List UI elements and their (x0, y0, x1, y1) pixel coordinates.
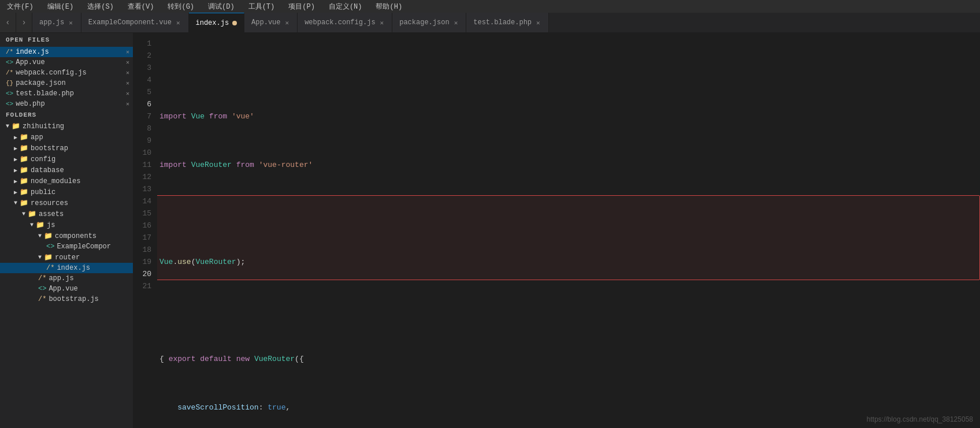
close-icon[interactable]: ✕ (126, 101, 129, 107)
chevron-down-icon: ▼ (38, 233, 42, 239)
tab-label: package.json (399, 18, 449, 27)
open-files-header: OPEN FILES (0, 33, 133, 47)
code-content[interactable]: import Vue from 'vue' import VueRouter f… (157, 33, 980, 428)
menu-item-help[interactable]: 帮助(H) (373, 1, 404, 13)
folder-icon: 📁 (44, 232, 53, 240)
sidebar-item-app-vue[interactable]: <> App.vue ✕ (0, 57, 133, 68)
code-line-1: import Vue from 'vue' (159, 110, 980, 122)
folder-icon: 📁 (20, 199, 28, 207)
tree-file-example-component[interactable]: <> ExampleCompor (0, 241, 133, 252)
tree-file-index-js[interactable]: /* index.js (0, 263, 133, 273)
code-line-3 (159, 207, 980, 219)
code-line-2: import VueRouter from 'vue-router' (159, 159, 980, 171)
chevron-down-icon: ▼ (30, 222, 34, 228)
close-icon[interactable]: ✕ (126, 59, 129, 66)
tab-package-json[interactable]: package.json ✕ (392, 13, 466, 32)
menu-item-goto[interactable]: 转到(G) (165, 1, 196, 13)
tab-app-vue[interactable]: App.vue ✕ (244, 13, 298, 32)
tree-folder-node-modules[interactable]: ▶ 📁 node_modules (0, 176, 133, 187)
modified-indicator (232, 21, 237, 25)
chevron-down-icon: ▼ (38, 254, 42, 260)
close-icon[interactable]: ✕ (126, 69, 129, 76)
menu-item-select[interactable]: 选择(S) (85, 1, 116, 13)
menu-item-view[interactable]: 查看(V) (125, 1, 157, 13)
tab-label: app.js (39, 18, 64, 27)
file-icon: <> (6, 101, 13, 107)
tab-webpack-config[interactable]: webpack.config.js ✕ (298, 13, 392, 32)
tree-file-app-vue[interactable]: <> App.vue (0, 284, 133, 294)
tree-folder-zhihuiting[interactable]: ▼ 📁 zhihuiting (0, 121, 133, 132)
tree-file-bootstrap-js[interactable]: /* bootstrap.js (0, 294, 133, 304)
menu-item-project[interactable]: 项目(P) (286, 1, 317, 13)
tree-folder-public[interactable]: ▶ 📁 public (0, 187, 133, 198)
menu-item-tools[interactable]: 工具(T) (246, 1, 277, 13)
editor-area: 1 2 3 4 5 6 7 8 9 10 11 12 13 14 15 16 1… (133, 33, 980, 428)
folder-name: assets (39, 210, 64, 218)
tab-nav-prev[interactable]: ‹ (0, 13, 16, 32)
tree-file-app-js[interactable]: /* app.js (0, 273, 133, 284)
close-icon[interactable]: ✕ (68, 18, 74, 27)
tree-folder-resources[interactable]: ▼ 📁 resources (0, 198, 133, 209)
menu-item-edit[interactable]: 编辑(E) (45, 1, 76, 13)
tree-folder-router[interactable]: ▼ 📁 router (0, 252, 133, 263)
file-name: index.js (57, 264, 90, 272)
tab-example-component[interactable]: ExampleComponent.vue ✕ (81, 13, 189, 32)
file-name: web.php (16, 100, 44, 108)
sidebar-item-webpack[interactable]: /* webpack.config.js ✕ (0, 68, 133, 78)
file-name: App.vue (49, 285, 77, 293)
chevron-right-icon: ▶ (14, 178, 17, 185)
sidebar-item-web-php[interactable]: <> web.php ✕ (0, 99, 133, 109)
folder-name: resources (31, 199, 68, 207)
sidebar-item-index-js[interactable]: /* index.js ✕ (0, 47, 133, 57)
tree-folder-assets[interactable]: ▼ 📁 assets (0, 209, 133, 219)
folder-icon: 📁 (44, 253, 53, 262)
tree-folder-config[interactable]: ▶ 📁 config (0, 154, 133, 165)
folder-name: config (31, 155, 55, 163)
close-icon[interactable]: ✕ (175, 18, 181, 27)
sidebar-item-package-json[interactable]: {} package.json ✕ (0, 78, 133, 88)
tree-folder-components[interactable]: ▼ 📁 components (0, 230, 133, 241)
close-icon[interactable]: ✕ (284, 18, 291, 27)
folder-icon: 📁 (20, 188, 28, 196)
close-icon[interactable]: ✕ (379, 18, 385, 27)
menu-item-debug[interactable]: 调试(D) (206, 1, 237, 13)
chevron-right-icon: ▶ (14, 156, 17, 163)
chevron-down-icon: ▼ (22, 211, 25, 217)
close-icon[interactable]: ✕ (126, 49, 129, 55)
tab-test-blade[interactable]: test.blade.php ✕ (466, 13, 548, 32)
sidebar: OPEN FILES /* index.js ✕ <> App.vue ✕ /*… (0, 33, 133, 428)
tab-nav-next[interactable]: › (16, 13, 32, 32)
main-area: OPEN FILES /* index.js ✕ <> App.vue ✕ /*… (0, 33, 980, 428)
tree-folder-js[interactable]: ▼ 📁 js (0, 219, 133, 230)
close-icon[interactable]: ✕ (453, 18, 459, 27)
tab-app-js[interactable]: app.js ✕ (32, 13, 81, 32)
menu-item-file[interactable]: 文件(F) (5, 1, 36, 13)
code-line-6: { export default new VueRouter({ (159, 353, 980, 365)
folder-name: node_modules (31, 177, 80, 185)
sidebar-item-test-blade[interactable]: <> test.blade.php ✕ (0, 88, 133, 99)
chevron-right-icon: ▶ (14, 189, 17, 196)
folder-name: public (31, 188, 55, 196)
file-icon: <> (6, 59, 13, 66)
folder-name: js (47, 221, 55, 229)
folder-name: components (55, 232, 96, 240)
chevron-right-icon: ▶ (14, 134, 17, 141)
close-icon[interactable]: ✕ (126, 90, 129, 97)
tree-folder-database[interactable]: ▶ 📁 database (0, 165, 133, 176)
folder-icon: 📁 (20, 144, 28, 152)
file-name: app.js (49, 274, 73, 282)
close-icon[interactable]: ✕ (535, 18, 541, 27)
tab-index-js[interactable]: index.js (189, 13, 245, 32)
code-container[interactable]: 1 2 3 4 5 6 7 8 9 10 11 12 13 14 15 16 1… (133, 33, 980, 428)
chevron-right-icon: ▶ (14, 145, 17, 152)
tree-folder-app[interactable]: ▶ 📁 app (0, 132, 133, 143)
file-icon: <> (6, 90, 13, 97)
folder-name: router (55, 254, 80, 262)
menu-item-custom[interactable]: 自定义(N) (326, 1, 365, 13)
chevron-down-icon: ▼ (6, 123, 9, 129)
file-name: webpack.config.js (16, 69, 86, 77)
line-numbers: 1 2 3 4 5 6 7 8 9 10 11 12 13 14 15 16 1… (133, 33, 157, 428)
close-icon[interactable]: ✕ (126, 80, 129, 87)
tab-label: App.vue (251, 18, 280, 27)
tree-folder-bootstrap[interactable]: ▶ 📁 bootstrap (0, 143, 133, 154)
